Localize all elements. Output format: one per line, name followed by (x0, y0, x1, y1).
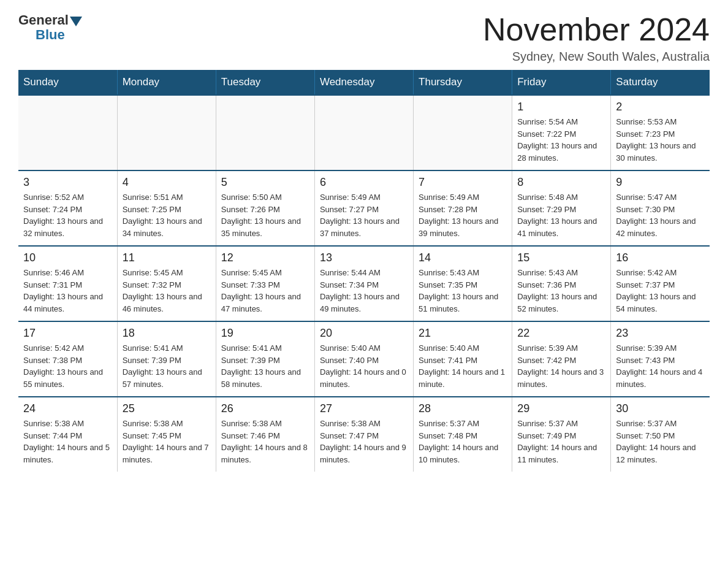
calendar-day-cell: 11Sunrise: 5:45 AM Sunset: 7:32 PM Dayli… (117, 246, 216, 321)
calendar-day-cell: 15Sunrise: 5:43 AM Sunset: 7:36 PM Dayli… (512, 246, 611, 321)
calendar-day-cell: 10Sunrise: 5:46 AM Sunset: 7:31 PM Dayli… (18, 246, 117, 321)
day-info: Sunrise: 5:53 AM Sunset: 7:23 PM Dayligh… (616, 116, 705, 164)
day-number: 3 (23, 176, 112, 189)
calendar-day-cell: 5Sunrise: 5:50 AM Sunset: 7:26 PM Daylig… (216, 170, 314, 246)
day-info: Sunrise: 5:40 AM Sunset: 7:41 PM Dayligh… (419, 342, 507, 390)
calendar-day-cell: 21Sunrise: 5:40 AM Sunset: 7:41 PM Dayli… (414, 321, 512, 397)
day-info: Sunrise: 5:52 AM Sunset: 7:24 PM Dayligh… (23, 191, 112, 239)
day-of-week-header: Tuesday (216, 70, 314, 95)
day-number: 24 (23, 402, 112, 415)
day-number: 7 (419, 176, 507, 189)
calendar-day-cell: 14Sunrise: 5:43 AM Sunset: 7:35 PM Dayli… (414, 246, 512, 321)
calendar-day-cell: 6Sunrise: 5:49 AM Sunset: 7:27 PM Daylig… (314, 170, 413, 246)
calendar-day-cell (314, 95, 413, 170)
day-number: 10 (23, 251, 112, 264)
calendar-day-cell: 28Sunrise: 5:37 AM Sunset: 7:48 PM Dayli… (414, 397, 512, 472)
calendar-day-cell: 9Sunrise: 5:47 AM Sunset: 7:30 PM Daylig… (611, 170, 710, 246)
day-number: 5 (221, 176, 309, 189)
calendar-table: SundayMondayTuesdayWednesdayThursdayFrid… (18, 70, 710, 472)
calendar-day-cell: 20Sunrise: 5:40 AM Sunset: 7:40 PM Dayli… (314, 321, 413, 397)
calendar-week-row: 17Sunrise: 5:42 AM Sunset: 7:38 PM Dayli… (18, 321, 710, 397)
calendar-day-cell: 7Sunrise: 5:49 AM Sunset: 7:28 PM Daylig… (414, 170, 512, 246)
day-of-week-header: Thursday (414, 70, 512, 95)
day-of-week-header: Wednesday (314, 70, 413, 95)
day-info: Sunrise: 5:49 AM Sunset: 7:27 PM Dayligh… (320, 191, 408, 239)
day-info: Sunrise: 5:40 AM Sunset: 7:40 PM Dayligh… (320, 342, 408, 390)
day-info: Sunrise: 5:45 AM Sunset: 7:33 PM Dayligh… (221, 267, 309, 315)
day-info: Sunrise: 5:39 AM Sunset: 7:43 PM Dayligh… (616, 342, 705, 390)
day-number: 8 (517, 176, 605, 189)
day-number: 13 (320, 251, 408, 264)
calendar-day-cell: 1Sunrise: 5:54 AM Sunset: 7:22 PM Daylig… (512, 95, 611, 170)
day-info: Sunrise: 5:43 AM Sunset: 7:36 PM Dayligh… (517, 267, 605, 315)
calendar-day-cell: 17Sunrise: 5:42 AM Sunset: 7:38 PM Dayli… (18, 321, 117, 397)
calendar-day-cell: 24Sunrise: 5:38 AM Sunset: 7:44 PM Dayli… (18, 397, 117, 472)
month-title: November 2024 (483, 12, 710, 47)
calendar-day-cell (414, 95, 512, 170)
day-number: 19 (221, 327, 309, 340)
day-info: Sunrise: 5:46 AM Sunset: 7:31 PM Dayligh… (23, 267, 112, 315)
day-info: Sunrise: 5:47 AM Sunset: 7:30 PM Dayligh… (616, 191, 705, 239)
logo: General Blue (18, 12, 83, 43)
day-number: 30 (616, 402, 705, 415)
calendar-day-cell: 8Sunrise: 5:48 AM Sunset: 7:29 PM Daylig… (512, 170, 611, 246)
day-number: 15 (517, 251, 605, 264)
day-number: 2 (616, 101, 705, 113)
day-info: Sunrise: 5:41 AM Sunset: 7:39 PM Dayligh… (221, 342, 309, 390)
logo-general-text: General (18, 12, 69, 28)
day-of-week-header: Monday (117, 70, 216, 95)
calendar-day-cell: 18Sunrise: 5:41 AM Sunset: 7:39 PM Dayli… (117, 321, 216, 397)
calendar-day-cell: 25Sunrise: 5:38 AM Sunset: 7:45 PM Dayli… (117, 397, 216, 472)
day-info: Sunrise: 5:49 AM Sunset: 7:28 PM Dayligh… (419, 191, 507, 239)
page-header: General Blue November 2024 Sydney, New S… (18, 12, 710, 64)
calendar-day-cell: 26Sunrise: 5:38 AM Sunset: 7:46 PM Dayli… (216, 397, 314, 472)
calendar-day-cell (117, 95, 216, 170)
calendar-header-row: SundayMondayTuesdayWednesdayThursdayFrid… (18, 70, 710, 95)
day-number: 28 (419, 402, 507, 415)
day-number: 1 (517, 101, 605, 113)
day-info: Sunrise: 5:38 AM Sunset: 7:44 PM Dayligh… (23, 418, 112, 465)
day-number: 16 (616, 251, 705, 264)
calendar-day-cell: 13Sunrise: 5:44 AM Sunset: 7:34 PM Dayli… (314, 246, 413, 321)
day-info: Sunrise: 5:50 AM Sunset: 7:26 PM Dayligh… (221, 191, 309, 239)
calendar-day-cell: 30Sunrise: 5:37 AM Sunset: 7:50 PM Dayli… (611, 397, 710, 472)
calendar-day-cell: 27Sunrise: 5:38 AM Sunset: 7:47 PM Dayli… (314, 397, 413, 472)
day-number: 9 (616, 176, 705, 189)
day-number: 12 (221, 251, 309, 264)
calendar-day-cell (18, 95, 117, 170)
day-info: Sunrise: 5:41 AM Sunset: 7:39 PM Dayligh… (123, 342, 211, 390)
day-number: 20 (320, 327, 408, 340)
logo-arrow-icon (70, 17, 82, 26)
day-of-week-header: Friday (512, 70, 611, 95)
day-info: Sunrise: 5:37 AM Sunset: 7:50 PM Dayligh… (616, 418, 705, 465)
day-number: 4 (123, 176, 211, 189)
calendar-week-row: 3Sunrise: 5:52 AM Sunset: 7:24 PM Daylig… (18, 170, 710, 246)
day-number: 26 (221, 402, 309, 415)
day-info: Sunrise: 5:38 AM Sunset: 7:46 PM Dayligh… (221, 418, 309, 465)
calendar-week-row: 1Sunrise: 5:54 AM Sunset: 7:22 PM Daylig… (18, 95, 710, 170)
day-number: 29 (517, 402, 605, 415)
calendar-day-cell: 23Sunrise: 5:39 AM Sunset: 7:43 PM Dayli… (611, 321, 710, 397)
day-info: Sunrise: 5:39 AM Sunset: 7:42 PM Dayligh… (517, 342, 605, 390)
day-number: 21 (419, 327, 507, 340)
calendar-day-cell: 29Sunrise: 5:37 AM Sunset: 7:49 PM Dayli… (512, 397, 611, 472)
day-of-week-header: Saturday (611, 70, 710, 95)
calendar-day-cell: 12Sunrise: 5:45 AM Sunset: 7:33 PM Dayli… (216, 246, 314, 321)
day-number: 27 (320, 402, 408, 415)
day-number: 25 (123, 402, 211, 415)
day-info: Sunrise: 5:37 AM Sunset: 7:48 PM Dayligh… (419, 418, 507, 465)
day-info: Sunrise: 5:42 AM Sunset: 7:37 PM Dayligh… (616, 267, 705, 315)
day-info: Sunrise: 5:38 AM Sunset: 7:47 PM Dayligh… (320, 418, 408, 465)
day-number: 17 (23, 327, 112, 340)
calendar-day-cell: 2Sunrise: 5:53 AM Sunset: 7:23 PM Daylig… (611, 95, 710, 170)
calendar-week-row: 24Sunrise: 5:38 AM Sunset: 7:44 PM Dayli… (18, 397, 710, 472)
day-info: Sunrise: 5:37 AM Sunset: 7:49 PM Dayligh… (517, 418, 605, 465)
day-info: Sunrise: 5:43 AM Sunset: 7:35 PM Dayligh… (419, 267, 507, 315)
day-number: 23 (616, 327, 705, 340)
day-number: 6 (320, 176, 408, 189)
calendar-day-cell: 16Sunrise: 5:42 AM Sunset: 7:37 PM Dayli… (611, 246, 710, 321)
day-info: Sunrise: 5:48 AM Sunset: 7:29 PM Dayligh… (517, 191, 605, 239)
calendar-day-cell: 22Sunrise: 5:39 AM Sunset: 7:42 PM Dayli… (512, 321, 611, 397)
calendar-day-cell: 4Sunrise: 5:51 AM Sunset: 7:25 PM Daylig… (117, 170, 216, 246)
calendar-day-cell: 19Sunrise: 5:41 AM Sunset: 7:39 PM Dayli… (216, 321, 314, 397)
